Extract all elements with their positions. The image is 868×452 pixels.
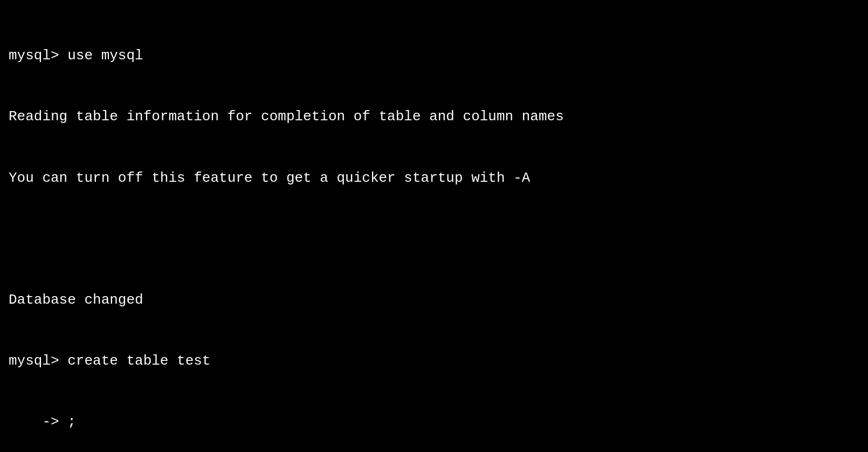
line-create-table-1: mysql> create table test [9,351,859,372]
line-turn-off: You can turn off this feature to get a q… [9,168,859,189]
line-reading-info: Reading table information for completion… [9,107,859,127]
line-db-changed-1: Database changed [9,290,859,311]
line-use-mysql: mysql> use mysql [9,46,859,66]
empty-line-1 [9,229,859,250]
terminal-output: mysql> use mysql Reading table informati… [9,5,859,452]
line-continuation: -> ; [9,412,859,433]
